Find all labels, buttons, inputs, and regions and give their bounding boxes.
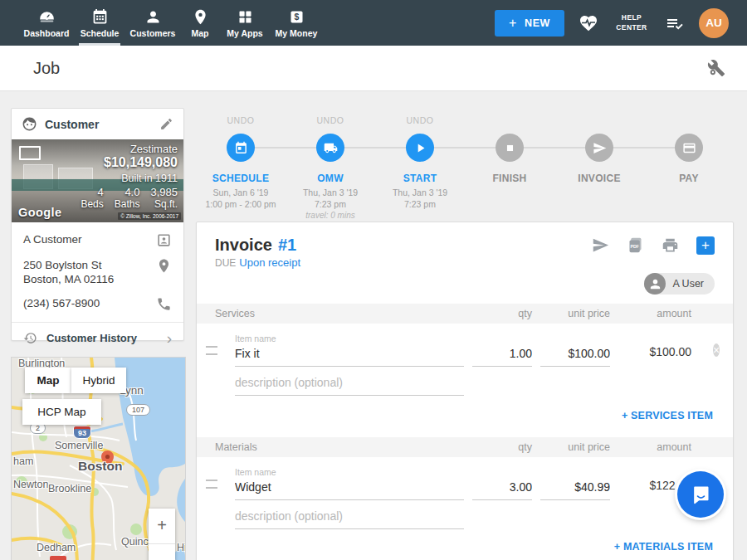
material-description-input[interactable] [235, 509, 464, 529]
item-name-label: Item name [235, 334, 464, 343]
start-step-button[interactable] [406, 134, 434, 162]
add-services-item-link[interactable]: + SERVICES ITEM [622, 410, 713, 421]
nav-item-dashboard[interactable]: Dashboard [20, 0, 73, 46]
step-date: Sun, Jan 6 '19 [205, 187, 276, 198]
nav-item-schedule[interactable]: Schedule [73, 0, 126, 46]
nav-item-map[interactable]: Map [179, 0, 221, 46]
timeline-step-invoice: INVOICE [554, 115, 644, 222]
map-label-brookline: Brookline [48, 483, 91, 494]
customer-name-row[interactable]: A Customer [23, 232, 172, 248]
new-button[interactable]: + NEW [495, 10, 564, 37]
invoice-card: Invoice #1 PDF + DUEUpon receipt A User … [196, 222, 734, 560]
material-name-input[interactable] [235, 480, 464, 500]
map-widget[interactable]: Burlington Lynn 107 2 93 Somerville ham … [11, 357, 186, 560]
nav-item-customers[interactable]: Customers [126, 0, 179, 46]
amount-column-header: amount [618, 441, 691, 453]
service-name-input[interactable] [235, 347, 464, 367]
list-check-icon[interactable] [665, 13, 685, 33]
property-photo[interactable]: Zestimate $10,149,080 Built in 1911 4Bed… [12, 139, 183, 222]
timeline-step-finish: FINISH [465, 115, 554, 222]
page-title: Job [33, 59, 60, 78]
material-qty-input[interactable] [472, 480, 532, 500]
nav-items: Dashboard Schedule Customers Map My Apps… [0, 0, 324, 46]
help-center-link[interactable]: HELP CENTER [613, 13, 651, 32]
material-unit-price-input[interactable] [540, 480, 610, 500]
undo-start-link[interactable]: UNDO [407, 115, 434, 126]
route-107-shield: 107 [126, 404, 150, 416]
drag-handle-icon[interactable] [206, 480, 217, 489]
invoice-number-link[interactable]: #1 [278, 236, 296, 255]
finish-step-button[interactable] [496, 134, 524, 162]
map-label-boston: Boston [78, 459, 122, 474]
omw-step-button[interactable] [316, 134, 344, 162]
map-zoom-control: + − [149, 509, 175, 560]
step-label: INVOICE [578, 173, 620, 184]
location-pin-icon [156, 258, 172, 274]
pdf-icon[interactable]: PDF [627, 236, 644, 254]
add-materials-item-link[interactable]: + MATERIALS ITEM [614, 541, 713, 553]
drag-handle-icon[interactable] [206, 346, 217, 355]
invoice-title: Invoice [215, 236, 272, 255]
assignee-avatar [644, 273, 666, 295]
built-year: Built in 1911 [121, 173, 178, 184]
send-invoice-icon[interactable] [592, 236, 609, 254]
service-description-input[interactable] [235, 376, 464, 396]
remove-service-item-button[interactable]: × [713, 343, 720, 357]
timeline-step-start: UNDO START Thu, Jan 3 '197:23 pm [375, 115, 465, 222]
assignee-chip[interactable]: A User [644, 273, 715, 295]
service-qty-input[interactable] [472, 347, 532, 367]
unit-price-column-header: unit price [540, 441, 610, 453]
print-icon[interactable] [662, 236, 679, 254]
invoice-step-button[interactable] [585, 134, 613, 162]
assignee-name: A User [672, 278, 704, 290]
beds-value: 4 [98, 186, 104, 198]
customer-history-row[interactable]: Customer History › [12, 323, 183, 353]
plus-icon: + [509, 16, 517, 31]
address-line1: 250 Boylston St [23, 259, 102, 271]
timeline-step-omw: UNDO OMW Thu, Jan 3 '197:23 pmtravel: 0 … [286, 115, 375, 222]
undo-schedule-link[interactable]: UNDO [227, 115, 255, 126]
materials-section-title: Materials [197, 441, 464, 453]
map-label-hi: Hi [177, 542, 186, 553]
pay-step-button[interactable] [675, 134, 703, 162]
sqft-label: Sq.ft. [154, 198, 178, 210]
user-avatar[interactable]: AU [699, 8, 729, 38]
nav-label-schedule: Schedule [81, 28, 120, 38]
customer-card-header: Customer [12, 109, 183, 139]
nav-label-map: Map [192, 28, 209, 38]
zoom-in-button[interactable]: + [149, 509, 175, 543]
baths-value: 4.0 [124, 186, 139, 198]
map-type-button-hybrid[interactable]: Hybrid [71, 368, 126, 393]
customer-name: A Customer [23, 232, 156, 246]
schedule-step-button[interactable] [227, 134, 255, 162]
add-invoice-button[interactable]: + [696, 236, 715, 255]
job-tools-icon[interactable] [707, 59, 725, 77]
nav-right: + NEW HELP CENTER AU [495, 0, 747, 46]
due-terms-link[interactable]: Upon receipt [239, 256, 300, 269]
service-amount: $100.00 [618, 345, 691, 367]
customer-phone-row[interactable]: (234) 567-8900 [23, 296, 172, 312]
map-type-button-hcp[interactable]: HCP Map [22, 399, 101, 425]
zoom-out-button[interactable]: − [149, 544, 175, 560]
nav-label-customers: Customers [130, 28, 176, 38]
nav-item-my-money[interactable]: $ My Money [269, 0, 324, 46]
chat-bubble-button[interactable] [677, 471, 724, 518]
timeline-step-pay: PAY [644, 115, 734, 222]
chat-bubble-icon [690, 484, 712, 506]
nav-label-my-money: My Money [276, 28, 318, 38]
due-label: DUE [215, 257, 236, 269]
customer-card-title: Customer [45, 118, 99, 131]
dollar-icon: $ [288, 8, 305, 26]
history-icon [23, 331, 37, 345]
streetview-frame-icon[interactable] [19, 146, 41, 160]
nav-item-my-apps[interactable]: My Apps [221, 0, 269, 46]
undo-omw-link[interactable]: UNDO [317, 115, 344, 126]
customer-address-row[interactable]: 250 Boylston StBoston, MA 02116 [23, 258, 172, 286]
map-type-button-map[interactable]: Map [25, 368, 71, 393]
timeline-step-schedule: UNDO SCHEDULE Sun, Jan 6 '191:00 pm - 2:… [196, 115, 286, 222]
edit-pencil-icon[interactable] [159, 117, 173, 131]
top-nav: Dashboard Schedule Customers Map My Apps… [0, 0, 747, 46]
heart-pulse-icon[interactable] [579, 13, 598, 33]
service-unit-price-input[interactable] [540, 347, 610, 367]
materials-header: Materials qty unit price amount [197, 437, 733, 457]
